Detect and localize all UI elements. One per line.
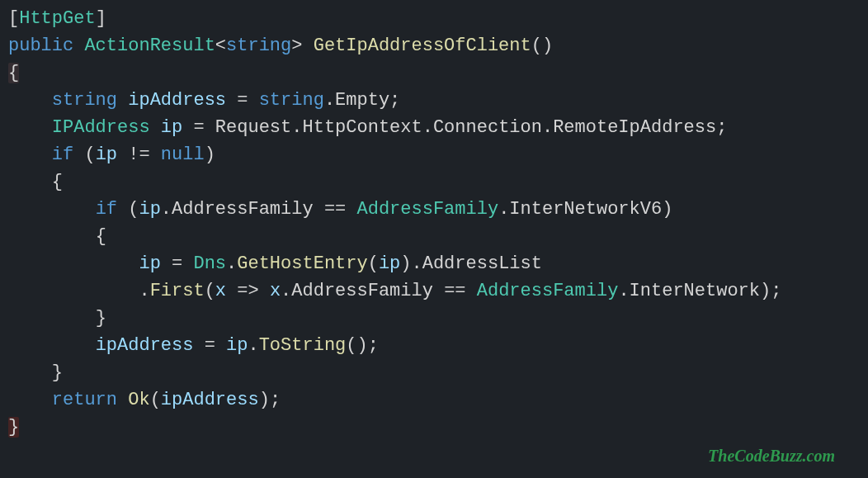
member-connection: Connection: [433, 117, 542, 138]
member-request: Request: [215, 117, 291, 138]
keyword-return: return: [52, 390, 117, 410]
member-httpcontext: HttpContext: [302, 117, 422, 138]
bracket-close: ]: [96, 8, 106, 29]
type-actionresult: ActionResult: [84, 35, 215, 56]
var-ipaddress: ipAddress: [128, 90, 226, 111]
member-remoteip: RemoteIpAddress: [553, 117, 716, 138]
attribute-name: HttpGet: [19, 8, 95, 29]
member-addresslist: AddressList: [422, 253, 542, 274]
bracket-open: [: [8, 8, 19, 29]
type-dns: Dns: [193, 253, 226, 274]
method-name: GetIpAddressOfClient: [314, 35, 531, 56]
method-first: First: [150, 281, 205, 301]
code-block: [HttpGet] public ActionResult<string> Ge…: [0, 0, 868, 446]
member-empty: Empty: [335, 90, 389, 111]
brace-close: }: [8, 417, 19, 438]
member-addressfamily: AddressFamily: [172, 199, 314, 220]
brace-open: {: [8, 63, 19, 83]
enum-internetworkv6: InterNetworkV6: [509, 199, 662, 220]
keyword-null: null: [161, 144, 205, 165]
enum-addressfamily: AddressFamily: [357, 199, 499, 220]
enum-internetwork: InterNetwork: [630, 281, 760, 301]
type-ipaddress: IPAddress: [52, 117, 150, 138]
method-tostring: ToString: [259, 335, 347, 356]
method-gethostentry: GetHostEntry: [237, 253, 367, 274]
keyword-public: public: [8, 35, 73, 56]
method-ok: Ok: [128, 390, 149, 410]
lambda-param-x: x: [215, 281, 226, 301]
watermark: TheCodeBuzz.com: [708, 443, 835, 468]
keyword-string: string: [52, 90, 117, 111]
keyword-string: string: [226, 35, 291, 56]
keyword-if: if: [52, 144, 73, 165]
lambda-arrow: =>: [237, 281, 258, 301]
var-ip: ip: [161, 117, 182, 138]
